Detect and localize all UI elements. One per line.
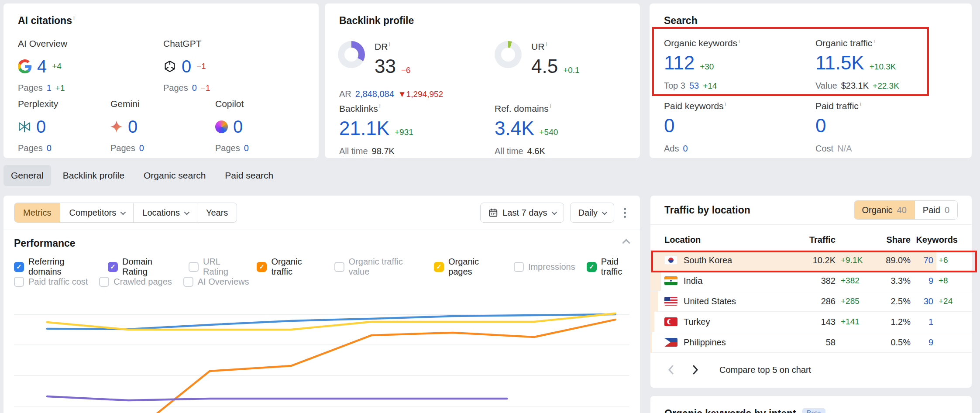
united-states-flag-icon xyxy=(664,297,677,306)
location-pager: Compare top 5 on chart xyxy=(650,353,972,387)
organic-keywords-label: Organic keywordsi xyxy=(664,38,740,48)
value-delta: +22.3K xyxy=(873,81,899,91)
performance-line-chart[interactable] xyxy=(14,301,629,413)
info-icon[interactable]: i xyxy=(379,103,381,110)
info-icon[interactable]: i xyxy=(73,15,75,21)
competitors-dropdown[interactable]: Competitors xyxy=(60,203,134,222)
chatgpt-delta: −1 xyxy=(196,62,206,71)
column-share[interactable]: Share xyxy=(869,235,911,245)
backlink-profile-card: Backlink profile DRi 33 −6 AR 2,848,084 … xyxy=(325,3,640,158)
years-button[interactable]: Years xyxy=(197,203,237,222)
paid-keywords-metric: Paid keywordsi 0 Ads 0 xyxy=(664,100,726,154)
ai-overview-metric: AI Overview 4 +4 Pages 1 +1 xyxy=(18,38,118,93)
info-icon[interactable]: i xyxy=(873,38,875,44)
pages-value[interactable]: 0 xyxy=(244,143,249,153)
more-options-kebab-icon[interactable] xyxy=(620,204,629,221)
dr-donut-chart xyxy=(338,41,365,68)
copilot-value[interactable]: 0 xyxy=(233,117,243,137)
perplexity-value[interactable]: 0 xyxy=(36,117,46,137)
tab-paid-search[interactable]: Paid search xyxy=(217,165,281,186)
table-row-united-states[interactable]: United States 286 +285 2.5% 30 +24 xyxy=(650,291,972,312)
section-tabs: General Backlink profile Organic search … xyxy=(3,165,281,186)
table-row-philippines[interactable]: Philippines 58 0.5% 9 xyxy=(650,332,972,353)
tab-backlink-profile[interactable]: Backlink profile xyxy=(55,165,132,186)
checkbox-paid-traffic[interactable]: ✓Paid traffic xyxy=(587,257,640,277)
ai-overview-value[interactable]: 4 xyxy=(37,57,47,76)
ref-domains-value[interactable]: 3.4K xyxy=(495,117,534,139)
chatgpt-value[interactable]: 0 xyxy=(182,57,191,76)
keywords-value[interactable]: 9 xyxy=(911,276,933,286)
pages-value[interactable]: 0 xyxy=(47,143,52,153)
top3-value[interactable]: 53 xyxy=(689,81,699,91)
organic-traffic-metric: Organic traffici 11.5K +10.3K Value $23.… xyxy=(815,38,899,91)
info-icon[interactable]: i xyxy=(860,100,861,107)
compare-top5-link[interactable]: Compare top 5 on chart xyxy=(719,365,811,375)
keywords-value[interactable]: 70 xyxy=(911,255,933,265)
date-range-dropdown[interactable]: Last 7 days xyxy=(480,203,564,223)
alltime-label: All time xyxy=(339,146,368,156)
checkbox-organic-traffic-value[interactable]: Organic traffic value xyxy=(334,257,423,277)
top3-label: Top 3 xyxy=(664,81,685,91)
toggle-organic[interactable]: Organic 40 xyxy=(854,201,915,219)
toggle-paid[interactable]: Paid 0 xyxy=(915,201,957,219)
organic-traffic-label: Organic traffici xyxy=(815,38,899,48)
organic-keywords-by-intent-card: Organic keywords by intent Beta xyxy=(650,396,972,413)
column-traffic[interactable]: Traffic xyxy=(794,235,836,245)
india-flag-icon xyxy=(664,276,677,285)
traffic-delta: +141 xyxy=(836,317,869,327)
pages-value[interactable]: 0 xyxy=(139,143,144,153)
paid-keywords-value[interactable]: 0 xyxy=(664,115,674,137)
table-row-south-korea[interactable]: South Korea 10.2K +9.1K 89.0% 70 +6 xyxy=(650,250,972,271)
metric-checkbox-row-1: ✓Referring domains ✓Domain Rating URL Ra… xyxy=(14,257,640,277)
tab-organic-search[interactable]: Organic search xyxy=(136,165,213,186)
info-icon[interactable]: i xyxy=(546,41,547,48)
paid-traffic-value[interactable]: 0 xyxy=(815,115,826,137)
cost-label: Cost xyxy=(815,144,833,154)
table-row-turkey[interactable]: Turkey 143 +141 1.2% 1 xyxy=(650,312,972,332)
checkbox-organic-traffic[interactable]: ✓Organic traffic xyxy=(257,257,323,277)
pages-value[interactable]: 1 xyxy=(47,83,52,93)
checkbox-domain-rating[interactable]: ✓Domain Rating xyxy=(108,257,177,277)
checkbox-ai-overviews[interactable]: AI Overviews xyxy=(183,277,249,287)
checkbox-crawled-pages[interactable]: Crawled pages xyxy=(99,277,172,287)
value-amount: $23.1K xyxy=(841,81,869,91)
column-keywords[interactable]: Keywords xyxy=(911,235,958,245)
keywords-value[interactable]: 30 xyxy=(911,296,933,306)
metrics-button[interactable]: Metrics xyxy=(14,203,60,222)
checkbox-organic-pages[interactable]: ✓Organic pages xyxy=(434,257,502,277)
backlinks-label: Backlinksi xyxy=(339,103,413,114)
gemini-value[interactable]: 0 xyxy=(128,117,138,137)
keywords-value[interactable]: 9 xyxy=(911,337,933,348)
ar-value[interactable]: 2,848,084 xyxy=(355,89,394,99)
ai-citations-card: AI citationsi AI Overview 4 +4 Pages 1 +… xyxy=(3,3,319,158)
organic-traffic-value[interactable]: 11.5K xyxy=(815,52,864,74)
info-icon[interactable]: i xyxy=(550,103,551,110)
checkbox-referring-domains[interactable]: ✓Referring domains xyxy=(14,257,96,277)
backlinks-value[interactable]: 21.1K xyxy=(339,117,389,139)
ads-value[interactable]: 0 xyxy=(683,144,688,154)
info-icon[interactable]: i xyxy=(739,38,740,44)
share-value: 89.0% xyxy=(869,255,911,265)
performance-card: Metrics Competitors Locations Years Last… xyxy=(3,196,640,413)
ai-overview-label: AI Overview xyxy=(18,38,118,49)
organic-keywords-value[interactable]: 112 xyxy=(664,52,695,74)
pages-value[interactable]: 0 xyxy=(192,83,197,93)
table-row-india[interactable]: India 382 +382 3.3% 9 +8 xyxy=(650,271,972,291)
checkbox-paid-traffic-cost[interactable]: Paid traffic cost xyxy=(14,277,88,287)
collapse-chevron-up-icon[interactable] xyxy=(622,238,630,244)
locations-dropdown[interactable]: Locations xyxy=(134,203,197,222)
next-page-chevron-icon[interactable] xyxy=(689,363,702,376)
info-icon[interactable]: i xyxy=(725,100,726,107)
keywords-value[interactable]: 1 xyxy=(911,317,933,327)
backlink-profile-title: Backlink profile xyxy=(339,15,414,27)
prev-page-chevron-icon[interactable] xyxy=(664,363,677,376)
tab-general[interactable]: General xyxy=(3,165,51,186)
chevron-down-icon xyxy=(602,209,608,215)
location-table-header: Location Traffic Share Keywords xyxy=(650,225,972,250)
info-icon[interactable]: i xyxy=(389,41,390,48)
granularity-dropdown[interactable]: Daily xyxy=(570,203,614,223)
checkbox-impressions[interactable]: Impressions xyxy=(514,262,575,272)
checkbox-url-rating[interactable]: URL Rating xyxy=(189,257,245,277)
column-location[interactable]: Location xyxy=(664,235,794,245)
ur-donut-chart xyxy=(495,41,522,68)
